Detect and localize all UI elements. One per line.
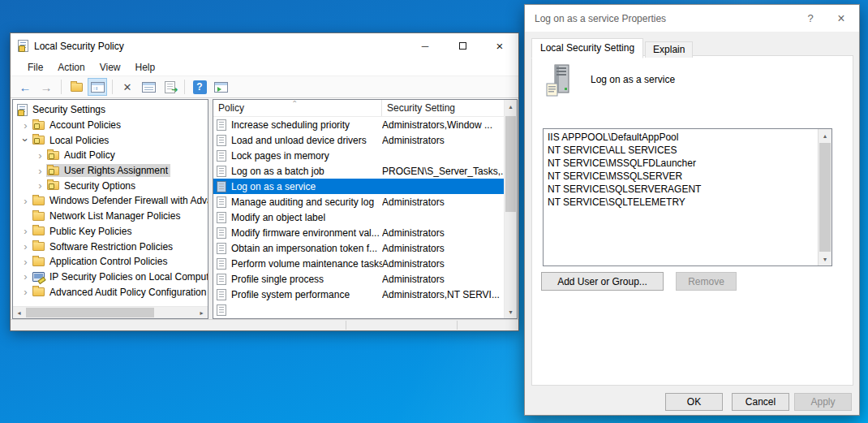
tree-item-ip-security-policies[interactable]: IP Security Policies on Local Compute: [13, 270, 208, 285]
members-listbox[interactable]: IIS APPPOOL\DefaultAppPool NT SERVICE\AL…: [543, 128, 832, 266]
member-item[interactable]: IIS APPPOOL\DefaultAppPool: [548, 131, 817, 144]
back-button[interactable]: ←: [15, 78, 35, 96]
export-list-button[interactable]: ➜: [160, 78, 179, 96]
scroll-up-icon[interactable]: ▴: [505, 100, 517, 113]
members-vertical-scrollbar[interactable]: ▴ ▾: [818, 129, 831, 265]
policy-row[interactable]: Manage auditing and security logAdminist…: [213, 194, 504, 209]
cancel-button[interactable]: Cancel: [732, 393, 789, 411]
server-icon: [545, 64, 576, 101]
tab-strip: Local Security Setting Explain: [531, 38, 693, 58]
column-header-security-setting[interactable]: Security Setting: [382, 100, 504, 116]
chevron-right-icon[interactable]: [34, 180, 46, 191]
forward-button[interactable]: →: [37, 78, 56, 96]
member-item[interactable]: NT SERVICE\SQLSERVERAGENT: [548, 183, 817, 196]
scroll-right-icon[interactable]: ▸: [196, 307, 208, 318]
title-bar[interactable]: Local Security Policy ─ ×: [11, 33, 518, 58]
menu-help[interactable]: Help: [128, 60, 163, 75]
policy-row[interactable]: Increase scheduling priorityAdministrato…: [213, 117, 504, 132]
tree-item-user-rights-assignment[interactable]: User Rights Assignment: [13, 163, 208, 179]
minimize-button[interactable]: ─: [406, 33, 444, 58]
chevron-right-icon[interactable]: [19, 196, 32, 206]
policy-row-partial[interactable]: [213, 302, 504, 317]
folder-lock-icon: [47, 151, 59, 160]
chevron-right-icon[interactable]: [34, 166, 46, 176]
policy-icon: [217, 274, 226, 285]
apply-button[interactable]: Apply: [794, 393, 852, 411]
scroll-left-icon[interactable]: ◂: [13, 307, 25, 318]
help-button[interactable]: ?: [190, 78, 209, 96]
member-item[interactable]: NT SERVICE\MSSQLSERVER: [548, 170, 817, 183]
policy-icon: [217, 135, 226, 146]
folder-icon: [32, 287, 45, 296]
chevron-none: [19, 211, 32, 222]
tree-item-audit-policy[interactable]: Audit Policy: [13, 148, 208, 163]
export-policy-button[interactable]: [67, 78, 86, 96]
tree-item-software-restriction-policies[interactable]: Software Restriction Policies: [13, 239, 208, 254]
delete-button[interactable]: ✕: [118, 78, 137, 96]
tree-item-local-policies[interactable]: Local Policies: [13, 132, 208, 148]
tree-item-advanced-audit-policy[interactable]: Advanced Audit Policy Configuration: [13, 284, 208, 300]
add-user-or-group-button[interactable]: Add User or Group...: [541, 272, 664, 291]
chevron-right-icon[interactable]: [19, 120, 32, 131]
tab-explain[interactable]: Explain: [645, 41, 693, 58]
policy-row-selected[interactable]: Log on as a service: [213, 179, 504, 194]
help-icon: ?: [807, 12, 813, 24]
tree-horizontal-scrollbar[interactable]: ◂ ▸: [13, 306, 208, 318]
close-button[interactable]: ×: [481, 33, 518, 58]
policy-row[interactable]: Obtain an impersonation token f...Admini…: [213, 240, 504, 256]
policy-row[interactable]: Perform volume maintenance tasksAdminist…: [213, 256, 504, 271]
log-on-as-a-service-properties-dialog: Log on as a service Properties ? × Local…: [524, 4, 860, 416]
chevron-right-icon[interactable]: [19, 241, 32, 252]
dialog-close-button[interactable]: ×: [825, 5, 857, 32]
toolbar: ← → ✕ ➜ ?: [11, 76, 518, 98]
tree-item-security-options[interactable]: Security Options: [13, 178, 208, 193]
member-item[interactable]: NT SERVICE\SQLTELEMETRY: [548, 196, 817, 209]
status-bar: [11, 319, 518, 330]
tree: Security Settings Account Policies Local…: [13, 102, 208, 306]
chevron-right-icon[interactable]: [19, 226, 32, 236]
member-item[interactable]: NT SERVICE\MSSQLFDLauncher: [548, 157, 817, 170]
policy-row[interactable]: Profile system performanceAdministrators…: [213, 287, 504, 302]
close-icon: ×: [496, 39, 504, 53]
member-item[interactable]: NT SERVICE\ALL SERVICES: [548, 144, 817, 157]
scroll-down-icon[interactable]: ▾: [505, 305, 517, 318]
show-console-tree-button[interactable]: [88, 78, 107, 96]
scroll-down-icon[interactable]: ▾: [819, 253, 831, 265]
tree-item-network-list-manager[interactable]: Network List Manager Policies: [13, 209, 208, 224]
maximize-button[interactable]: [444, 33, 481, 58]
tree-item-public-key-policies[interactable]: Public Key Policies: [13, 224, 208, 240]
menu-view[interactable]: View: [92, 60, 128, 75]
list-vertical-scrollbar[interactable]: ▴ ▾: [504, 100, 517, 318]
properties-button[interactable]: [139, 78, 158, 96]
tab-local-security-setting[interactable]: Local Security Setting: [531, 38, 643, 58]
tree-item-security-settings[interactable]: Security Settings: [13, 102, 208, 118]
scrollbar-thumb[interactable]: [26, 308, 154, 317]
policy-row[interactable]: Modify an object label: [213, 209, 504, 225]
chevron-right-icon[interactable]: [19, 287, 32, 297]
chevron-down-icon[interactable]: [19, 135, 32, 145]
scrollbar-thumb[interactable]: [819, 143, 831, 252]
scroll-up-icon[interactable]: ▴: [819, 129, 831, 142]
chevron-right-icon[interactable]: [19, 257, 32, 267]
dialog-help-button[interactable]: ?: [794, 5, 827, 32]
policy-row[interactable]: Lock pages in memory: [213, 148, 504, 163]
policy-row[interactable]: Profile single processAdministrators: [213, 271, 504, 287]
menu-action[interactable]: Action: [50, 60, 92, 75]
chevron-right-icon[interactable]: [19, 271, 32, 282]
tree-item-account-policies[interactable]: Account Policies: [13, 118, 208, 133]
tree-item-application-control-policies[interactable]: Application Control Policies: [13, 254, 208, 270]
show-action-pane-button[interactable]: [211, 78, 230, 96]
policy-name-label: Log on as a service: [591, 74, 675, 85]
sort-ascending-icon: ›: [290, 100, 299, 102]
chevron-right-icon[interactable]: [34, 150, 46, 161]
policy-icon: [217, 150, 226, 162]
window-title: Local Security Policy: [34, 41, 124, 52]
policy-row[interactable]: Load and unload device driversAdministra…: [213, 132, 504, 148]
scrollbar-thumb[interactable]: [505, 116, 516, 212]
policy-row[interactable]: Log on as a batch jobPROGEN\S_Server_Tas…: [213, 163, 504, 179]
remove-button[interactable]: Remove: [676, 272, 737, 291]
ok-button[interactable]: OK: [665, 393, 723, 411]
tree-item-windows-defender-firewall[interactable]: Windows Defender Firewall with Adva: [13, 193, 208, 209]
menu-file[interactable]: File: [20, 60, 50, 75]
policy-row[interactable]: Modify firmware environment val...Admini…: [213, 225, 504, 240]
